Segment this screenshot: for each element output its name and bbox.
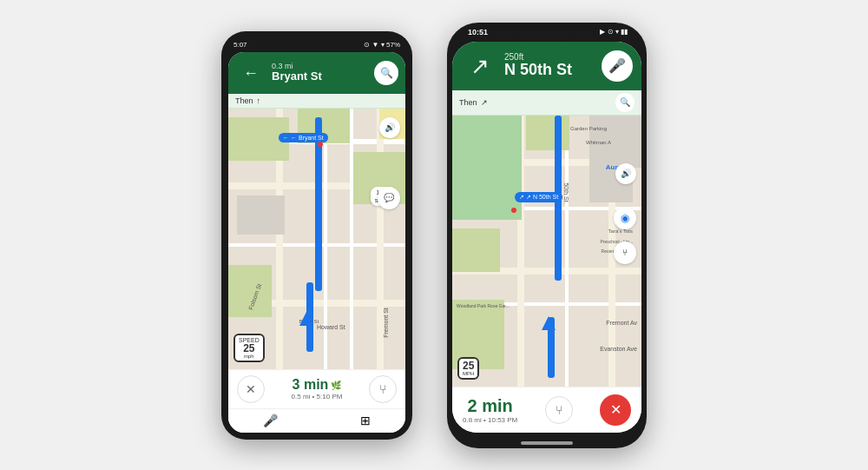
iphone-then-bar: Then ↗ 🔍: [452, 90, 641, 116]
iphone-route-button[interactable]: ⑂: [545, 396, 573, 424]
android-status-bar: 5:07 ⊙ ▼ ▾ 57%: [228, 38, 405, 52]
route-alt-icon: ⑂: [622, 248, 628, 257]
android-turn-arrow: ←: [243, 65, 259, 81]
route-options-icon: ⑂: [379, 382, 386, 396]
traffic-indicator: [318, 142, 323, 147]
iphone-nav-street: N 50th St: [504, 62, 596, 79]
iphone-route-icon: ⑂: [556, 403, 562, 417]
iphone-screen: ↗ 250ft N 50th St 🎤 Then ↗ 🔍: [452, 42, 641, 433]
volume-icon: 🔊: [385, 122, 395, 132]
speed-limit-box: SPEED 25 mph: [233, 334, 265, 362]
recenter-icon: ◉: [621, 212, 629, 224]
evanston-label: Evanston Ave: [600, 346, 637, 352]
iphone-time: 10:51: [459, 28, 488, 36]
fremont-label: Fremont St: [383, 308, 389, 338]
android-then-arrow: ↑: [257, 96, 261, 105]
iphone-eta: 2 min 0.8 mi • 10:53 PM: [463, 396, 517, 424]
android-eta: 3 min 🌿 0.5 mi • 5:10 PM: [292, 377, 343, 400]
android-eta-details: 0.5 mi • 5:10 PM: [292, 393, 343, 400]
android-route-button[interactable]: ⑂: [369, 375, 397, 403]
taras-tots-label: Tara's Tots: [608, 228, 633, 234]
iphone-route-options-button[interactable]: ⑂: [614, 242, 636, 264]
android-screen: ← 0.3 mi Bryant St 🔍 Then ↑: [228, 52, 405, 433]
iphone-speed-unit: MPH: [463, 371, 474, 376]
iphone-phone: 10:51 ▶ ⊙ ▾ ▮▮ ↗ 250ft N 50th St 🎤 Then …: [447, 23, 647, 448]
android-phone: 5:07 ⊙ ▼ ▾ 57% ← 0.3 mi Bryant St 🔍 Then…: [221, 31, 412, 440]
android-then-label: Then: [235, 96, 253, 105]
iphone-close-button[interactable]: ✕: [600, 394, 631, 426]
iphone-turn-arrow: ↗: [470, 55, 490, 77]
android-nav-header: ← 0.3 mi Bryant St 🔍: [228, 52, 405, 94]
iphone-nav-text: 250ft N 50th St: [504, 52, 596, 79]
iphone-nav-marker: [542, 316, 556, 330]
message-icon: 💬: [384, 193, 394, 202]
android-nav-street: Bryant St: [272, 70, 369, 83]
speed-limit-number: 25: [239, 343, 260, 354]
android-time: 5:07: [233, 41, 247, 49]
iphone-speed-limit-box: 25 MPH: [457, 357, 479, 380]
nav-position-marker: [299, 312, 313, 326]
android-nav-text: 0.3 mi Bryant St: [272, 62, 369, 83]
google-apps-icon[interactable]: ⊞: [360, 414, 371, 427]
iphone-mic-button[interactable]: 🎤: [602, 50, 633, 82]
iphone-eta-time: 2 min: [468, 396, 513, 416]
route-bubble: ← ← Bryant St: [279, 133, 328, 142]
iphone-route-bubble: ↗ ↗ N 50th St: [515, 192, 562, 202]
iphone-close-icon: ✕: [610, 401, 621, 418]
iphone-route-bubble-arrow: ↗: [519, 194, 524, 201]
route-bubble-arrow: ←: [283, 135, 289, 141]
iphone-status-icons: ▶ ⊙ ▾ ▮▮: [600, 28, 635, 36]
iphone-map[interactable]: ↗ ↗ N 50th St Aurora 50th St Fremont Av …: [452, 116, 641, 387]
50th-label: 50th St: [563, 182, 569, 202]
android-icons: ⊙ ▼ ▾ 57%: [364, 41, 400, 49]
garden-parking-label: Garden Parking: [570, 126, 607, 131]
search-icon: 🔍: [380, 67, 393, 79]
android-footer: 🎤 ⊞: [228, 408, 405, 433]
stop-sign: [511, 208, 516, 213]
iphone-volume-button[interactable]: 🔊: [615, 163, 636, 184]
android-search-button[interactable]: 🔍: [374, 61, 398, 85]
whitman-label: Whitman A: [586, 140, 611, 145]
iphone-nav-distance: 250ft: [504, 52, 596, 62]
android-bottom-bar: ✕ 3 min 🌿 0.5 mi • 5:10 PM ⑂: [228, 369, 405, 408]
iphone-turn-arrow-box: ↗: [461, 47, 499, 85]
android-nav-distance: 0.3 mi: [272, 62, 369, 70]
google-mic-icon[interactable]: 🎤: [263, 414, 278, 427]
iphone-eta-details: 0.8 mi • 10:53 PM: [463, 416, 517, 424]
iphone-then-arrow: ↗: [481, 98, 488, 107]
iphone-home-indicator: [521, 441, 573, 445]
speed-limit-unit: mph: [239, 354, 260, 359]
volume-button[interactable]: 🔊: [379, 117, 400, 138]
android-map[interactable]: ← ← Bryant St 1 minslower Folsom St Howa…: [228, 109, 405, 369]
android-eta-time: 3 min 🌿: [293, 377, 342, 393]
iphone-nav-header: ↗ 250ft N 50th St 🎤: [452, 42, 641, 90]
iphone-speed-number: 25: [463, 361, 474, 371]
fremont-ave-label: Fremont Av: [606, 320, 637, 326]
howard-label: Howard St: [317, 324, 345, 330]
woodland-label: Woodland Park Rose Gar...: [457, 303, 500, 308]
android-then-bar: Then ↑: [228, 94, 405, 109]
eco-icon: 🌿: [331, 381, 341, 390]
iphone-recenter-button[interactable]: ◉: [614, 207, 636, 229]
mic-icon: 🎤: [608, 57, 626, 74]
iphone-bottom-bar: 2 min 0.8 mi • 10:53 PM ⑂ ✕: [452, 387, 641, 433]
android-turn-arrow-box: ←: [235, 57, 266, 89]
message-button[interactable]: 💬: [378, 187, 400, 209]
iphone-route-bubble-text: ↗ N 50th St: [526, 194, 558, 201]
search-button[interactable]: 🔍: [615, 93, 635, 112]
iphone-notch: [516, 23, 577, 42]
iphone-volume-icon: 🔊: [621, 169, 631, 178]
close-icon: ✕: [246, 382, 256, 396]
route-bubble-text: ← Bryant St: [291, 135, 324, 141]
iphone-then-label: Then: [459, 98, 477, 107]
android-close-button[interactable]: ✕: [237, 375, 265, 403]
